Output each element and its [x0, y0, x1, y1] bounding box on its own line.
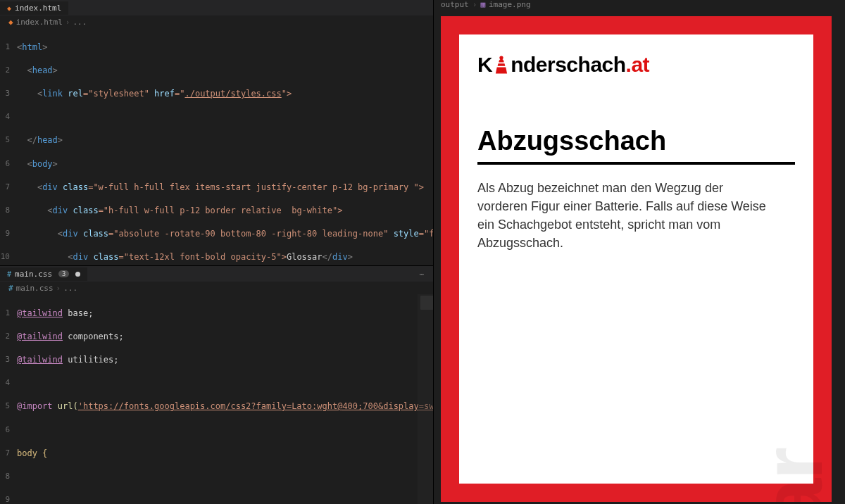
crumb-more: ...: [63, 284, 77, 293]
breadcrumb[interactable]: # main.css › ...: [0, 282, 433, 294]
chevron-right-icon: ›: [472, 0, 477, 9]
logo: K nderschach.at: [477, 53, 795, 77]
breadcrumb[interactable]: ◆ index.html › ...: [0, 15, 433, 28]
crumb-folder: output: [441, 0, 469, 9]
crumb-file: image.png: [489, 0, 531, 9]
tab-label: index.html: [15, 4, 61, 13]
chess-pawn-icon: [495, 54, 508, 75]
editor-pane-css: # main.css 3 ⋯ # main.css › ... 1@tailwi…: [0, 266, 433, 504]
tab-index-html[interactable]: ◆ index.html: [0, 1, 68, 15]
modified-indicator-icon: [75, 272, 80, 277]
tab-bar: # main.css 3 ⋯: [0, 266, 433, 282]
crumb-file: main.css: [16, 284, 54, 293]
problems-badge: 3: [58, 270, 69, 277]
term-body: Als Abzug bezeichnet man den Wegzug der …: [477, 179, 795, 252]
tab-main-css[interactable]: # main.css 3: [0, 267, 87, 281]
minimap[interactable]: [418, 294, 433, 504]
code-editor[interactable]: 1@tailwind base; 2@tailwind components; …: [0, 294, 433, 504]
side-watermark: Glossar: [750, 448, 832, 502]
tab-label: main.css: [15, 270, 52, 279]
editor-pane-html: ◆ index.html ◆ index.html › ... 1<<html>…: [0, 0, 433, 266]
crumb-file: index.html: [16, 18, 63, 27]
chevron-right-icon: ›: [56, 284, 61, 293]
image-preview[interactable]: Glossar K nderschach.at Abzugsschach Als…: [434, 9, 845, 504]
css-file-icon: #: [7, 270, 11, 278]
crumb-more: ...: [73, 18, 87, 27]
code-editor[interactable]: 1<<html>html> 2 <head> 3 <link rel="styl…: [0, 28, 433, 265]
image-file-icon: ▦: [480, 0, 485, 9]
chevron-right-icon: ›: [65, 18, 70, 27]
html-file-icon: ◆: [8, 18, 13, 27]
breadcrumb[interactable]: output › ▦ image.png: [434, 0, 845, 9]
glossary-card: Glossar K nderschach.at Abzugsschach Als…: [441, 16, 832, 502]
html-file-icon: ◆: [7, 4, 11, 12]
css-file-icon: #: [8, 284, 13, 293]
editor-actions[interactable]: ⋯: [419, 270, 426, 279]
term-title: Abzugsschach: [477, 126, 795, 165]
tab-bar: ◆ index.html: [0, 0, 433, 15]
